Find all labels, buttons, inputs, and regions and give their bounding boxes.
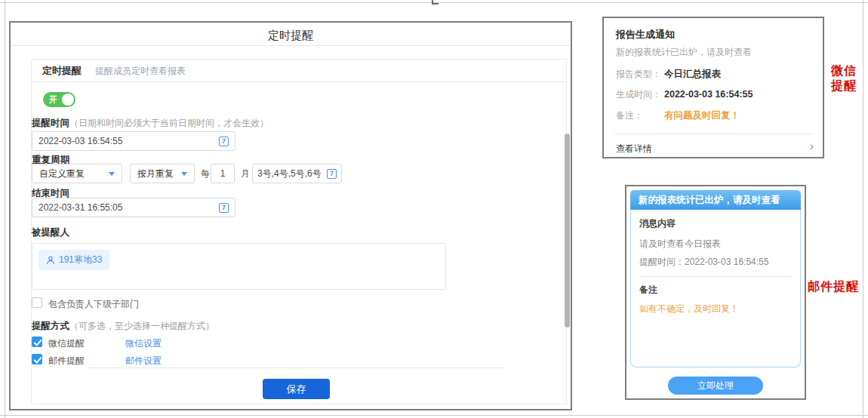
repeat-days-input[interactable]: 3号,4号,5号,6号 7 (252, 164, 342, 183)
chevron-right-icon: › (810, 140, 814, 153)
page-frame-left-line (5, 0, 5, 418)
tab-scheduled-reminder[interactable]: 定时提醒 (42, 60, 82, 82)
email-remind-checkbox[interactable] (32, 354, 42, 364)
report-type-label: 报告类型： (616, 68, 664, 81)
end-time-input[interactable]: 2022-03-31 16:55:05 7 (32, 198, 235, 217)
tabs-row: 定时提醒 提醒成员定时查看报表 (32, 60, 566, 82)
remind-time-value: 2022-03-03 16:54:55 (38, 136, 122, 146)
email-header-bar: 新的报表统计已出炉，请及时查看 (630, 190, 801, 210)
remind-method-label: 提醒方式（可多选，至少选择一种提醒方式） (32, 320, 214, 333)
email-content-line: 请及时查看今日报表 (639, 238, 792, 250)
generate-time-value: 2022-03-03 16:54:55 (664, 89, 753, 100)
member-tag[interactable]: 191寒地33 (38, 250, 109, 270)
end-time-value: 2022-03-31 16:55:05 (38, 202, 122, 213)
repeat-unit-select[interactable]: 按月重复 (130, 164, 195, 183)
every-prefix-text: 每 (201, 164, 210, 183)
email-settings-link[interactable]: 邮件设置 (125, 355, 162, 367)
reminder-form-container: 定时提醒 提醒成员定时查看报表 开 提醒时间（日期和时间必须大于当前日期时间，才… (31, 59, 567, 404)
caret-down-icon (181, 172, 187, 176)
generate-time-label: 生成时间： (616, 88, 664, 101)
every-value-input[interactable]: 1 (211, 164, 235, 183)
wechat-row-note: 备注：有问题及时回复！ (616, 109, 740, 122)
toggle-on-label: 开 (49, 94, 57, 106)
toggle-knob (62, 94, 74, 106)
note-value: 有问题及时回复！ (664, 110, 740, 121)
calendar-icon[interactable]: 7 (219, 203, 229, 213)
email-content-label: 消息内容 (639, 217, 792, 230)
wechat-remind-checkbox[interactable] (32, 337, 42, 347)
wechat-remind-annotation: 微信提醒 (831, 63, 858, 94)
reminder-on-toggle[interactable]: 开 (43, 92, 75, 107)
wechat-notice-title: 报告生成通知 (616, 28, 675, 41)
include-sub-checkbox[interactable] (32, 297, 42, 308)
tab-remind-members-view-report[interactable]: 提醒成员定时查看报表 (95, 60, 186, 82)
page-frame-right-line (863, 0, 863, 418)
email-remind-annotation: 邮件提醒 (808, 279, 859, 294)
wechat-notice-subtitle: 新的报表统计已出炉，请及时查看 (616, 46, 752, 59)
wechat-settings-link[interactable]: 微信设置 (125, 337, 162, 350)
calendar-icon[interactable]: 7 (327, 169, 337, 179)
recipients-label: 被提醒人 (32, 226, 69, 239)
scheduled-reminder-panel: 定时提醒 定时提醒 提醒成员定时查看报表 开 提醒时间（日期和时间必须大于当前日… (9, 21, 572, 410)
person-icon (46, 256, 55, 265)
email-body: 消息内容 请及时查看今日报表 提醒时间：2022-03-03 16:54:55 … (630, 210, 801, 367)
repeat-mode-value: 自定义重复 (39, 168, 85, 180)
note-label: 备注： (616, 109, 664, 122)
remind-time-label: 提醒时间（日期和时间必须大于当前日期时间，才会生效） (32, 117, 269, 130)
include-sub-label: 包含负责人下级子部门 (48, 298, 139, 311)
email-remind-label: 邮件提醒 (48, 355, 85, 367)
remind-method-hint: （可多选，至少选择一种提醒方式） (69, 321, 214, 331)
recipients-picker[interactable]: 191寒地33 (32, 243, 446, 290)
email-divider (639, 276, 792, 277)
wechat-remind-row: 微信提醒 微信设置 (32, 337, 566, 349)
save-button[interactable]: 保存 (263, 379, 330, 399)
vertical-scrollbar-thumb[interactable] (565, 134, 570, 327)
remind-time-hint: （日期和时间必须大于当前日期时间，才会生效） (69, 118, 269, 128)
card-divider (614, 134, 814, 134)
cropped-text-fragment (433, 3, 439, 5)
repeat-mode-select[interactable]: 自定义重复 (32, 164, 122, 183)
page-frame-bottom-line (0, 415, 868, 416)
wechat-notification-preview: 报告生成通知 新的报表统计已出炉，请及时查看 报告类型：今日汇总报表 生成时间：… (602, 17, 824, 158)
calendar-icon[interactable]: 7 (219, 137, 229, 146)
caret-down-icon (109, 172, 115, 176)
email-note-text: 如有不确定，及时回复！ (639, 303, 792, 315)
every-unit-text: 月 (241, 164, 250, 183)
email-remind-row: 邮件提醒 邮件设置 (32, 354, 566, 366)
wechat-remind-label: 微信提醒 (48, 337, 85, 350)
view-details-link[interactable]: 查看详情 (616, 143, 652, 155)
email-notification-preview: 新的报表统计已出炉，请及时查看 消息内容 请及时查看今日报表 提醒时间：2022… (625, 185, 806, 400)
wechat-row-generate-time: 生成时间：2022-03-03 16:54:55 (616, 88, 753, 101)
repeat-unit-value: 按月重复 (137, 168, 174, 180)
remind-time-input[interactable]: 2022-03-03 16:54:55 7 (32, 131, 235, 151)
wechat-row-report-type: 报告类型：今日汇总报表 (616, 68, 721, 81)
repeat-days-value: 3号,4号,5号,6号 (257, 168, 322, 180)
email-note-label: 备注 (639, 284, 792, 297)
every-value: 1 (220, 168, 226, 179)
report-type-value: 今日汇总报表 (664, 69, 721, 79)
handle-now-button[interactable]: 立即处理 (668, 377, 763, 395)
include-sub-row: 包含负责人下级子部门 (32, 297, 566, 309)
content-divider (88, 367, 504, 368)
page-title: 定时提醒 (11, 23, 571, 46)
email-time-line: 提醒时间：2022-03-03 16:54:55 (639, 256, 792, 269)
member-name: 191寒地33 (59, 254, 102, 266)
